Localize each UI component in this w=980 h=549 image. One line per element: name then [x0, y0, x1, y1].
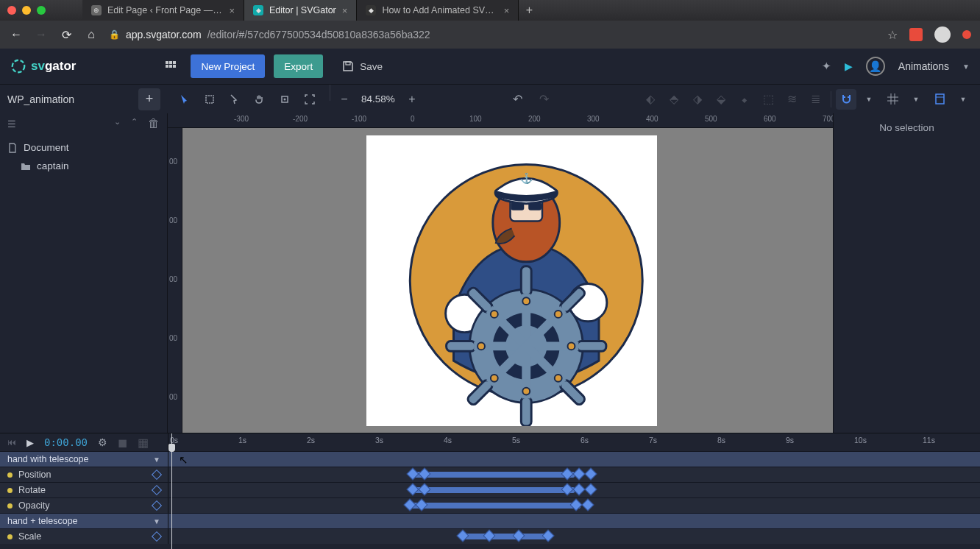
keyframe-icon[interactable] — [542, 530, 555, 542]
record-indicator-icon[interactable] — [962, 30, 971, 39]
keyframe-icon[interactable] — [457, 530, 469, 542]
new-tab-button[interactable]: + — [519, 0, 539, 21]
keyframe-icon[interactable] — [561, 484, 574, 496]
timeline-timecode[interactable]: 0:00.00 — [44, 436, 88, 448]
tree-item-document[interactable]: Document — [0, 138, 167, 157]
add-element-button[interactable]: + — [138, 88, 160, 110]
add-keyframe-icon[interactable] — [152, 531, 162, 542]
keyframe-segment[interactable] — [413, 487, 575, 493]
timeline-track-opacity[interactable]: Opacity — [0, 497, 980, 513]
collapse-up-icon[interactable]: ⌃ — [131, 117, 138, 130]
keyframe-icon[interactable] — [404, 499, 416, 511]
extension-icon[interactable] — [909, 28, 923, 41]
keyframe-toggle-icon[interactable] — [7, 488, 13, 493]
align-middle-icon[interactable]: ⬥ — [734, 88, 756, 110]
distribute-v-icon[interactable]: ≣ — [804, 88, 826, 110]
collapse-down-icon[interactable]: ⌄ — [114, 117, 121, 130]
keyframe-icon[interactable] — [561, 468, 574, 481]
align-top-icon[interactable]: ⬙ — [710, 88, 732, 110]
delete-layer-icon[interactable]: 🗑 — [148, 117, 160, 130]
align-center-h-icon[interactable]: ⬘ — [663, 88, 685, 110]
timeline-track-rotate[interactable]: Rotate — [0, 482, 980, 497]
guides-toggle-icon[interactable] — [928, 88, 951, 110]
undo-button[interactable]: ↶ — [507, 88, 529, 110]
zoom-level[interactable]: 84.58% — [357, 93, 400, 105]
bookmark-star-icon[interactable]: ☆ — [887, 28, 898, 42]
transform-tool-icon[interactable] — [199, 88, 221, 110]
apps-grid-icon[interactable] — [160, 55, 182, 77]
keyframe-icon[interactable] — [585, 468, 597, 481]
keyframe-icon[interactable] — [585, 484, 597, 496]
tab-close-icon[interactable]: × — [504, 5, 510, 16]
redo-button[interactable]: ↷ — [533, 88, 555, 110]
keyframe-icon[interactable] — [570, 499, 583, 511]
keyframe-segment[interactable] — [463, 534, 547, 539]
keyframe-icon[interactable] — [573, 468, 586, 481]
canvas-viewport[interactable]: ⚓ — [182, 128, 833, 433]
fit-screen-icon[interactable] — [299, 88, 321, 110]
timeline-play-button[interactable]: ▶ — [26, 437, 34, 448]
back-button[interactable]: ← — [9, 28, 24, 41]
timeline-playhead[interactable] — [171, 433, 172, 549]
select-tool-icon[interactable] — [174, 88, 196, 110]
forward-button[interactable]: → — [34, 28, 49, 41]
keyframe-segment[interactable] — [413, 472, 575, 478]
keyframe-toggle-icon[interactable] — [7, 503, 13, 509]
chevron-down-icon[interactable]: ▼ — [962, 63, 970, 71]
new-project-button[interactable]: New Project — [191, 54, 265, 78]
artboard[interactable]: ⚓ — [366, 135, 657, 426]
node-tool-icon[interactable] — [224, 88, 246, 110]
panel-sort-icon[interactable]: ☰ — [7, 118, 16, 130]
ruler-vertical[interactable]: 00 00 00 00 00 — [168, 128, 182, 433]
align-bottom-icon[interactable]: ⬚ — [757, 88, 779, 110]
align-left-icon[interactable]: ⬖ — [639, 88, 661, 110]
keyframe-icon[interactable] — [419, 468, 431, 481]
close-window-icon[interactable] — [7, 6, 16, 15]
keyframe-icon[interactable] — [407, 484, 419, 496]
profile-avatar-icon[interactable] — [934, 26, 951, 43]
app-logo[interactable]: svgator — [10, 58, 76, 74]
project-name[interactable]: WP_animation — [7, 93, 74, 105]
tab-close-icon[interactable]: × — [229, 5, 235, 16]
keyframe-toggle-icon[interactable] — [7, 472, 13, 478]
export-button[interactable]: Export — [274, 54, 323, 78]
browser-tab[interactable]: ◆ How to Add Animated SVG to W… × — [357, 0, 519, 21]
keyframe-icon[interactable] — [582, 499, 594, 511]
user-avatar-icon[interactable]: 👤 — [866, 57, 885, 76]
browser-tab-active[interactable]: ◆ Editor | SVGator × — [244, 0, 357, 21]
ruler-horizontal[interactable]: -300 -200 -100 0 100 200 300 400 500 600… — [168, 113, 833, 128]
snap-magnet-icon[interactable] — [836, 89, 856, 110]
preview-play-icon[interactable]: ▶ — [845, 60, 853, 72]
timeline-track-position[interactable]: Position — [0, 467, 980, 482]
home-button[interactable]: ⌂ — [84, 28, 99, 41]
maximize-window-icon[interactable] — [37, 6, 46, 15]
timeline-marker-b-icon[interactable]: ▦ — [138, 436, 149, 450]
keyframe-icon[interactable] — [483, 530, 496, 542]
keyframe-toggle-icon[interactable] — [7, 534, 13, 539]
timeline-track-group[interactable]: hand + telescope▼ — [0, 513, 980, 528]
keyframe-icon[interactable] — [407, 468, 419, 481]
align-right-icon[interactable]: ⬗ — [686, 88, 709, 110]
add-keyframe-icon[interactable] — [152, 485, 162, 495]
address-bar[interactable]: 🔒 app.svgator.com/editor/#/57cd677500534… — [109, 29, 430, 40]
keyframe-icon[interactable] — [513, 530, 525, 542]
timeline-track-scale[interactable]: Scale — [0, 528, 980, 544]
settings-sparkle-icon[interactable]: ✦ — [822, 60, 831, 73]
guides-menu-chevron-icon[interactable]: ▼ — [952, 88, 974, 110]
reload-button[interactable]: ⟳ — [59, 28, 74, 42]
timeline-ruler[interactable]: 0s 1s 2s 3s 4s 5s 6s 7s 8s 9s 10s 11s — [168, 433, 980, 451]
grid-toggle-icon[interactable] — [881, 88, 903, 110]
crop-tool-icon[interactable] — [274, 88, 296, 110]
add-keyframe-icon[interactable] — [152, 470, 162, 480]
zoom-out-button[interactable]: − — [333, 88, 355, 110]
browser-tab[interactable]: ⊕ Edit Page ‹ Front Page — WordP… × — [82, 0, 244, 21]
tab-close-icon[interactable]: × — [342, 5, 348, 16]
timeline-marker-a-icon[interactable]: ◼ — [118, 436, 127, 450]
user-menu-label[interactable]: Animations — [898, 60, 949, 72]
keyframe-icon[interactable] — [573, 484, 586, 496]
timeline-rewind-icon[interactable]: ⏮ — [7, 437, 16, 447]
chevron-down-icon[interactable]: ▼ — [153, 456, 160, 464]
timeline-track-group[interactable]: hand with telescope▼ — [0, 451, 980, 467]
tree-item-captain[interactable]: captain — [0, 157, 167, 175]
timeline-settings-icon[interactable]: ⚙ — [98, 436, 107, 448]
